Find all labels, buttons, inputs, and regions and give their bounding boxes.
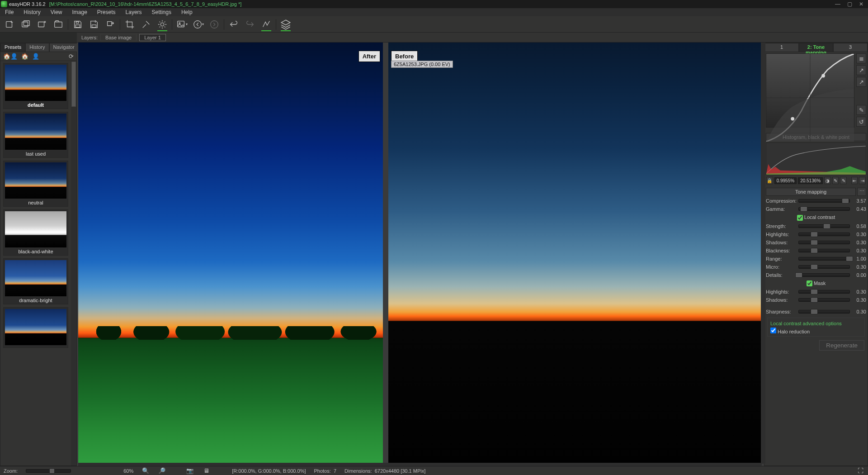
fullscreen-icon[interactable]: ⛶ xyxy=(856,467,864,475)
slider-mask-shadows[interactable]: Shadows:0.30 xyxy=(766,296,866,304)
preset-list[interactable]: default last used neutral black-and-whit… xyxy=(0,61,71,466)
monitor-icon[interactable]: 🖥 xyxy=(202,467,210,475)
tab-navigator[interactable]: Navigator xyxy=(49,43,79,52)
preset-home-group-icon[interactable]: 🏠👤 xyxy=(3,53,18,60)
eyedropper-button[interactable] xyxy=(139,18,153,31)
tab-step-2-tone-mapping[interactable]: 2: Tone mapping xyxy=(799,43,833,52)
minimize-button[interactable]: — xyxy=(832,1,844,7)
curve-preset-a-icon[interactable]: ↗ xyxy=(856,65,866,75)
preset-item-extra[interactable] xyxy=(3,307,68,348)
white-point-value[interactable]: 20.5136% xyxy=(798,177,823,184)
preset-scrollbar[interactable] xyxy=(71,61,76,466)
preview-area[interactable]: After Before 6Z5A1253.JPG (0.00 EV) xyxy=(77,43,764,466)
preset-thumb xyxy=(5,309,66,345)
menu-settings[interactable]: Settings xyxy=(147,9,176,15)
lock-icon[interactable]: 🔒 xyxy=(766,177,773,184)
preset-item-default[interactable]: default xyxy=(3,63,68,109)
preset-user-icon[interactable]: 👤 xyxy=(32,53,39,60)
preset-item-last-used[interactable]: last used xyxy=(3,112,68,158)
camera-icon[interactable]: 📷 xyxy=(186,467,194,475)
tone-mapping-menu-button[interactable]: ⋯ xyxy=(857,188,866,196)
expand-right-icon[interactable]: ⇥ xyxy=(859,177,866,184)
checkbox-halo-reduction[interactable]: Halo reduction xyxy=(770,329,810,334)
layer-1[interactable]: Layer 1 xyxy=(139,34,166,41)
pick-black-icon[interactable]: ✎ xyxy=(840,177,847,184)
after-view[interactable]: After xyxy=(78,43,383,464)
slider-sharpness[interactable]: Sharpness:0.30 xyxy=(766,308,866,316)
black-point-value[interactable]: 0.9955% xyxy=(774,177,797,184)
redo-button[interactable] xyxy=(243,18,257,31)
checkbox-mask[interactable]: Mask xyxy=(807,280,826,286)
menu-presets[interactable]: Presets xyxy=(92,9,121,15)
curve-list-icon[interactable]: ≣ xyxy=(856,53,866,63)
tab-presets[interactable]: Presets xyxy=(0,43,25,52)
slider-blackness[interactable]: Blackness:0.30 xyxy=(766,247,866,255)
new-project-button[interactable] xyxy=(3,18,16,31)
menu-layers[interactable]: Layers xyxy=(121,9,147,15)
slider-micro[interactable]: Micro:0.30 xyxy=(766,263,866,271)
undo-button[interactable] xyxy=(227,18,241,31)
adjust-button[interactable] xyxy=(259,18,273,31)
menu-history[interactable]: History xyxy=(19,9,45,15)
tab-history[interactable]: History xyxy=(25,43,49,52)
zoom-slider[interactable] xyxy=(26,469,71,473)
expand-left-icon[interactable]: ⇤ xyxy=(851,177,858,184)
svg-rect-9 xyxy=(177,21,184,27)
preset-refresh-icon[interactable]: ⟳ xyxy=(69,53,74,60)
remove-image-button[interactable] xyxy=(35,18,49,31)
app-name: easyHDR 3.16.2 xyxy=(9,1,46,7)
regenerate-button[interactable]: Regenerate xyxy=(819,340,864,351)
right-tabs: 1 2: Tone mapping 3 xyxy=(764,43,868,52)
curve-reset-icon[interactable]: ↺ xyxy=(856,117,866,127)
browse-folder-button[interactable] xyxy=(52,18,65,31)
slider-shadows[interactable]: Shadows:0.30 xyxy=(766,238,866,247)
menu-help[interactable]: Help xyxy=(176,9,198,15)
image-options-button[interactable]: ▾ xyxy=(175,18,189,31)
save-button[interactable] xyxy=(71,18,85,31)
auto-black-icon[interactable]: ◑ xyxy=(824,177,831,184)
curve-editor[interactable]: ≣ ↗ ↗ ✎ ↺ xyxy=(766,53,866,130)
center-v-scrollbar[interactable] xyxy=(761,43,765,464)
crop-button[interactable] xyxy=(123,18,137,31)
before-view[interactable]: Before 6Z5A1253.JPG (0.00 EV) xyxy=(388,43,762,464)
menu-image[interactable]: Image xyxy=(67,9,92,15)
layer-base-image[interactable]: Base image xyxy=(100,34,137,41)
svg-point-8 xyxy=(160,23,164,26)
center-h-scrollbar[interactable] xyxy=(78,463,762,466)
close-button[interactable]: ✕ xyxy=(855,1,867,7)
add-images-button[interactable] xyxy=(19,18,33,31)
histogram[interactable] xyxy=(766,142,866,175)
tab-step-1[interactable]: 1 xyxy=(764,43,799,52)
slider-details[interactable]: Details:0.00 xyxy=(766,271,866,279)
slider-highlights[interactable]: Highlights:0.30 xyxy=(766,230,866,238)
menu-view[interactable]: View xyxy=(46,9,67,15)
slider-range[interactable]: Range:1.00 xyxy=(766,255,866,263)
curve-preset-b-icon[interactable]: ↗ xyxy=(856,77,866,87)
checkbox-local-contrast[interactable]: Local contrast xyxy=(797,214,835,220)
export-button[interactable] xyxy=(104,18,117,31)
slider-strength[interactable]: Strength:0.58 xyxy=(766,222,866,230)
menu-file[interactable]: File xyxy=(0,9,19,15)
layers-button[interactable] xyxy=(279,18,292,31)
pick-white-icon[interactable]: ✎ xyxy=(832,177,839,184)
slider-gamma[interactable]: Gamma:0.43 xyxy=(766,205,866,213)
preset-item-neutral[interactable]: neutral xyxy=(3,161,68,207)
tab-step-3[interactable]: 3 xyxy=(833,43,868,52)
prev-button[interactable]: ▾ xyxy=(191,18,205,31)
after-badge: After xyxy=(359,51,380,62)
maximize-button[interactable]: ▢ xyxy=(844,1,855,7)
preset-item-dramatic[interactable]: dramatic-bright xyxy=(3,258,68,304)
zoom-in-icon[interactable]: 🔎 xyxy=(158,467,166,475)
preset-toolbar: 🏠👤 🏠 👤 ⟳ xyxy=(0,52,76,61)
preset-item-bw[interactable]: black-and-white xyxy=(3,209,68,256)
zoom-label: Zoom: xyxy=(4,468,18,474)
next-button[interactable] xyxy=(208,18,221,31)
curve-pencil-icon[interactable]: ✎ xyxy=(856,105,866,115)
save-as-button[interactable] xyxy=(87,18,101,31)
zoom-out-icon[interactable]: 🔍 xyxy=(142,467,150,475)
slider-compression[interactable]: Compression:3.57 xyxy=(766,197,866,205)
preset-home-icon[interactable]: 🏠 xyxy=(21,53,28,60)
settings-gear-button[interactable] xyxy=(156,18,169,31)
slider-mask-highlights[interactable]: Highlights:0.30 xyxy=(766,288,866,296)
preview-split-handle[interactable] xyxy=(383,43,388,464)
